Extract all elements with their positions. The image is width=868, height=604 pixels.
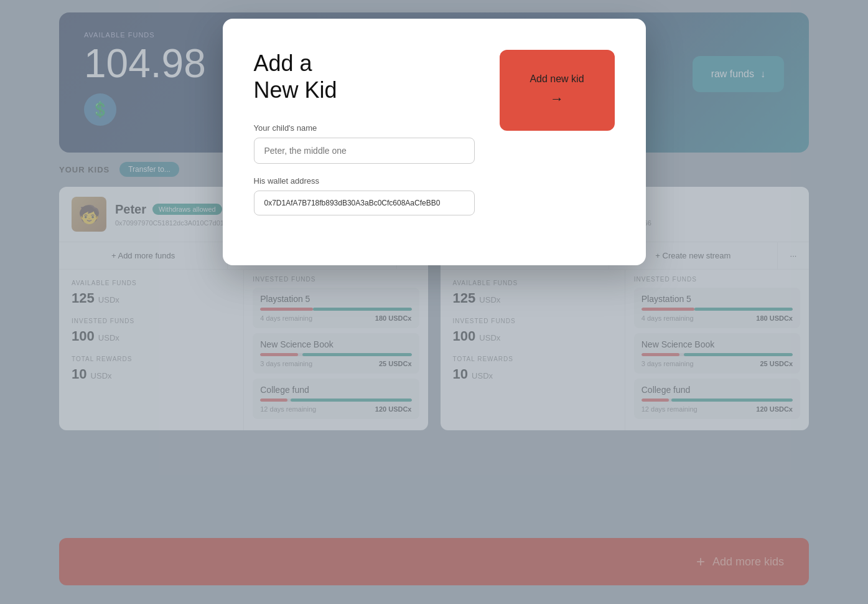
wallet-address-label: His wallet address (254, 176, 475, 186)
child-name-input[interactable] (254, 138, 475, 164)
wallet-address-group: His wallet address (254, 176, 475, 215)
add-kid-label: Add new kid (530, 73, 584, 85)
child-name-group: Your child's name (254, 123, 475, 164)
modal-overlay: Add aNew Kid Your child's name His walle… (0, 0, 868, 604)
wallet-address-input[interactable] (254, 191, 475, 215)
modal-title: Add aNew Kid (254, 50, 475, 103)
child-name-label: Your child's name (254, 123, 475, 133)
modal-right: Add new kid → (500, 50, 615, 228)
add-kid-modal: Add aNew Kid Your child's name His walle… (223, 19, 646, 265)
add-kid-arrow-icon: → (550, 91, 564, 107)
modal-left: Add aNew Kid Your child's name His walle… (254, 50, 475, 228)
add-new-kid-button[interactable]: Add new kid → (500, 50, 615, 131)
